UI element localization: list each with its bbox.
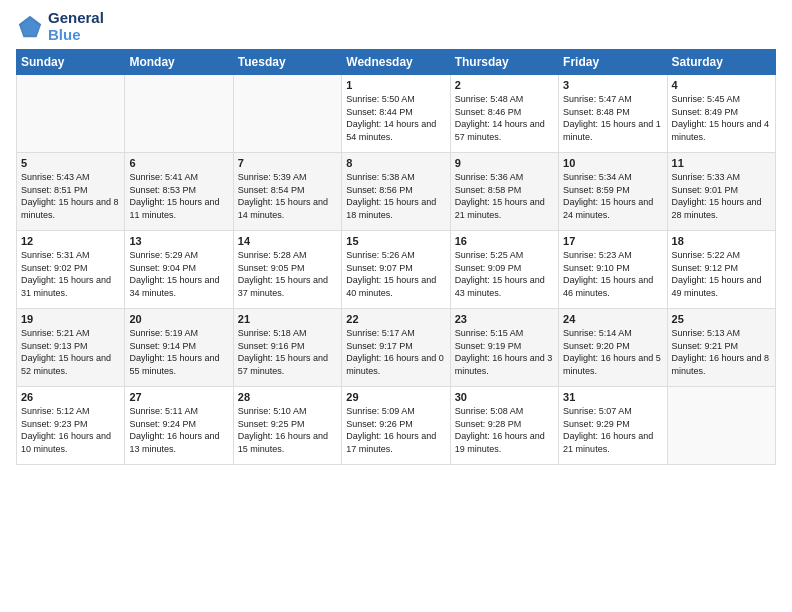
- day-cell: 20Sunrise: 5:19 AM Sunset: 9:14 PM Dayli…: [125, 309, 233, 387]
- day-cell: 27Sunrise: 5:11 AM Sunset: 9:24 PM Dayli…: [125, 387, 233, 465]
- day-cell: 9Sunrise: 5:36 AM Sunset: 8:58 PM Daylig…: [450, 153, 558, 231]
- day-cell: 12Sunrise: 5:31 AM Sunset: 9:02 PM Dayli…: [17, 231, 125, 309]
- day-info: Sunrise: 5:14 AM Sunset: 9:20 PM Dayligh…: [563, 327, 662, 377]
- day-number: 3: [563, 79, 662, 91]
- day-info: Sunrise: 5:36 AM Sunset: 8:58 PM Dayligh…: [455, 171, 554, 221]
- col-thursday: Thursday: [450, 50, 558, 75]
- week-row-5: 26Sunrise: 5:12 AM Sunset: 9:23 PM Dayli…: [17, 387, 776, 465]
- col-wednesday: Wednesday: [342, 50, 450, 75]
- day-cell: 14Sunrise: 5:28 AM Sunset: 9:05 PM Dayli…: [233, 231, 341, 309]
- day-cell: 13Sunrise: 5:29 AM Sunset: 9:04 PM Dayli…: [125, 231, 233, 309]
- day-info: Sunrise: 5:11 AM Sunset: 9:24 PM Dayligh…: [129, 405, 228, 455]
- day-info: Sunrise: 5:45 AM Sunset: 8:49 PM Dayligh…: [672, 93, 771, 143]
- day-number: 21: [238, 313, 337, 325]
- day-cell: 4Sunrise: 5:45 AM Sunset: 8:49 PM Daylig…: [667, 75, 775, 153]
- day-number: 12: [21, 235, 120, 247]
- day-cell: 15Sunrise: 5:26 AM Sunset: 9:07 PM Dayli…: [342, 231, 450, 309]
- day-number: 8: [346, 157, 445, 169]
- day-number: 6: [129, 157, 228, 169]
- day-cell: 30Sunrise: 5:08 AM Sunset: 9:28 PM Dayli…: [450, 387, 558, 465]
- day-info: Sunrise: 5:21 AM Sunset: 9:13 PM Dayligh…: [21, 327, 120, 377]
- day-number: 26: [21, 391, 120, 403]
- day-info: Sunrise: 5:08 AM Sunset: 9:28 PM Dayligh…: [455, 405, 554, 455]
- day-number: 30: [455, 391, 554, 403]
- day-info: Sunrise: 5:25 AM Sunset: 9:09 PM Dayligh…: [455, 249, 554, 299]
- day-number: 18: [672, 235, 771, 247]
- day-cell: 8Sunrise: 5:38 AM Sunset: 8:56 PM Daylig…: [342, 153, 450, 231]
- day-number: 27: [129, 391, 228, 403]
- day-cell: 25Sunrise: 5:13 AM Sunset: 9:21 PM Dayli…: [667, 309, 775, 387]
- day-cell: 16Sunrise: 5:25 AM Sunset: 9:09 PM Dayli…: [450, 231, 558, 309]
- day-info: Sunrise: 5:10 AM Sunset: 9:25 PM Dayligh…: [238, 405, 337, 455]
- day-cell: 23Sunrise: 5:15 AM Sunset: 9:19 PM Dayli…: [450, 309, 558, 387]
- calendar-table: Sunday Monday Tuesday Wednesday Thursday…: [16, 49, 776, 465]
- day-cell: 2Sunrise: 5:48 AM Sunset: 8:46 PM Daylig…: [450, 75, 558, 153]
- day-number: 24: [563, 313, 662, 325]
- day-cell: [233, 75, 341, 153]
- day-info: Sunrise: 5:07 AM Sunset: 9:29 PM Dayligh…: [563, 405, 662, 455]
- day-cell: 11Sunrise: 5:33 AM Sunset: 9:01 PM Dayli…: [667, 153, 775, 231]
- day-number: 5: [21, 157, 120, 169]
- day-info: Sunrise: 5:29 AM Sunset: 9:04 PM Dayligh…: [129, 249, 228, 299]
- day-info: Sunrise: 5:09 AM Sunset: 9:26 PM Dayligh…: [346, 405, 445, 455]
- header-row: Sunday Monday Tuesday Wednesday Thursday…: [17, 50, 776, 75]
- day-cell: 29Sunrise: 5:09 AM Sunset: 9:26 PM Dayli…: [342, 387, 450, 465]
- day-number: 20: [129, 313, 228, 325]
- day-info: Sunrise: 5:17 AM Sunset: 9:17 PM Dayligh…: [346, 327, 445, 377]
- day-number: 23: [455, 313, 554, 325]
- col-monday: Monday: [125, 50, 233, 75]
- calendar-page: General Blue Sunday Monday Tuesday Wedne…: [0, 0, 792, 612]
- day-info: Sunrise: 5:15 AM Sunset: 9:19 PM Dayligh…: [455, 327, 554, 377]
- day-number: 31: [563, 391, 662, 403]
- day-cell: 5Sunrise: 5:43 AM Sunset: 8:51 PM Daylig…: [17, 153, 125, 231]
- day-info: Sunrise: 5:26 AM Sunset: 9:07 PM Dayligh…: [346, 249, 445, 299]
- day-info: Sunrise: 5:38 AM Sunset: 8:56 PM Dayligh…: [346, 171, 445, 221]
- day-cell: 21Sunrise: 5:18 AM Sunset: 9:16 PM Dayli…: [233, 309, 341, 387]
- day-info: Sunrise: 5:23 AM Sunset: 9:10 PM Dayligh…: [563, 249, 662, 299]
- col-sunday: Sunday: [17, 50, 125, 75]
- col-tuesday: Tuesday: [233, 50, 341, 75]
- day-info: Sunrise: 5:33 AM Sunset: 9:01 PM Dayligh…: [672, 171, 771, 221]
- day-number: 10: [563, 157, 662, 169]
- day-cell: [667, 387, 775, 465]
- day-info: Sunrise: 5:47 AM Sunset: 8:48 PM Dayligh…: [563, 93, 662, 143]
- col-saturday: Saturday: [667, 50, 775, 75]
- col-friday: Friday: [559, 50, 667, 75]
- day-info: Sunrise: 5:50 AM Sunset: 8:44 PM Dayligh…: [346, 93, 445, 143]
- day-cell: 3Sunrise: 5:47 AM Sunset: 8:48 PM Daylig…: [559, 75, 667, 153]
- day-info: Sunrise: 5:31 AM Sunset: 9:02 PM Dayligh…: [21, 249, 120, 299]
- day-number: 19: [21, 313, 120, 325]
- day-cell: 18Sunrise: 5:22 AM Sunset: 9:12 PM Dayli…: [667, 231, 775, 309]
- day-info: Sunrise: 5:18 AM Sunset: 9:16 PM Dayligh…: [238, 327, 337, 377]
- day-info: Sunrise: 5:48 AM Sunset: 8:46 PM Dayligh…: [455, 93, 554, 143]
- day-cell: 6Sunrise: 5:41 AM Sunset: 8:53 PM Daylig…: [125, 153, 233, 231]
- day-number: 9: [455, 157, 554, 169]
- day-number: 13: [129, 235, 228, 247]
- day-info: Sunrise: 5:13 AM Sunset: 9:21 PM Dayligh…: [672, 327, 771, 377]
- day-number: 16: [455, 235, 554, 247]
- day-cell: 7Sunrise: 5:39 AM Sunset: 8:54 PM Daylig…: [233, 153, 341, 231]
- day-number: 1: [346, 79, 445, 91]
- day-info: Sunrise: 5:22 AM Sunset: 9:12 PM Dayligh…: [672, 249, 771, 299]
- day-info: Sunrise: 5:28 AM Sunset: 9:05 PM Dayligh…: [238, 249, 337, 299]
- calendar-body: 1Sunrise: 5:50 AM Sunset: 8:44 PM Daylig…: [17, 75, 776, 465]
- day-number: 22: [346, 313, 445, 325]
- day-cell: 17Sunrise: 5:23 AM Sunset: 9:10 PM Dayli…: [559, 231, 667, 309]
- day-info: Sunrise: 5:39 AM Sunset: 8:54 PM Dayligh…: [238, 171, 337, 221]
- day-info: Sunrise: 5:19 AM Sunset: 9:14 PM Dayligh…: [129, 327, 228, 377]
- logo-icon: [16, 13, 44, 41]
- day-number: 28: [238, 391, 337, 403]
- day-info: Sunrise: 5:43 AM Sunset: 8:51 PM Dayligh…: [21, 171, 120, 221]
- day-cell: 19Sunrise: 5:21 AM Sunset: 9:13 PM Dayli…: [17, 309, 125, 387]
- day-info: Sunrise: 5:12 AM Sunset: 9:23 PM Dayligh…: [21, 405, 120, 455]
- day-cell: 24Sunrise: 5:14 AM Sunset: 9:20 PM Dayli…: [559, 309, 667, 387]
- day-cell: 1Sunrise: 5:50 AM Sunset: 8:44 PM Daylig…: [342, 75, 450, 153]
- day-cell: 10Sunrise: 5:34 AM Sunset: 8:59 PM Dayli…: [559, 153, 667, 231]
- day-cell: [17, 75, 125, 153]
- day-number: 29: [346, 391, 445, 403]
- logo: General Blue: [16, 10, 104, 43]
- day-info: Sunrise: 5:34 AM Sunset: 8:59 PM Dayligh…: [563, 171, 662, 221]
- week-row-2: 5Sunrise: 5:43 AM Sunset: 8:51 PM Daylig…: [17, 153, 776, 231]
- day-info: Sunrise: 5:41 AM Sunset: 8:53 PM Dayligh…: [129, 171, 228, 221]
- day-cell: 22Sunrise: 5:17 AM Sunset: 9:17 PM Dayli…: [342, 309, 450, 387]
